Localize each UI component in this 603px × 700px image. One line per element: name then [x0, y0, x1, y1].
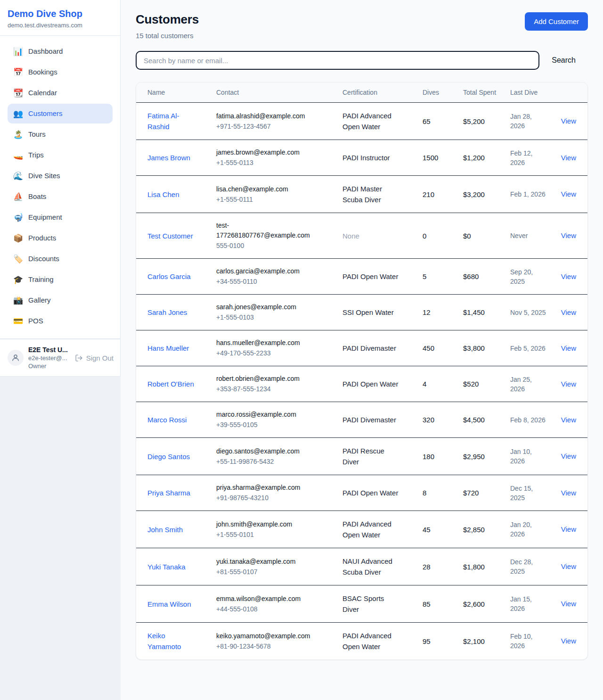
certification-cell: PADI Advanced Open Water [342, 110, 423, 132]
certification-cell: None [342, 231, 423, 241]
customer-phone: +1-555-0103 [216, 313, 319, 322]
total-spent-cell: $3,200 [463, 190, 510, 198]
certification-cell: PADI Advanced Open Water [342, 519, 423, 540]
certification-cell: PADI Master Scuba Diver [342, 183, 423, 205]
view-link[interactable]: View [561, 452, 576, 460]
contact-cell: carlos.garcia@example.com +34-555-0110 [216, 266, 342, 287]
last-dive-cell: Jan 10, 2026 [510, 447, 559, 466]
search-input[interactable] [136, 51, 539, 70]
total-spent-cell: $680 [463, 272, 510, 280]
brand-title[interactable]: Demo Dive Shop [8, 8, 113, 19]
sidebar-item-label: Boats [28, 191, 46, 202]
view-link[interactable]: View [561, 380, 576, 388]
view-link[interactable]: View [561, 344, 576, 352]
column-header: Name [147, 88, 216, 97]
certification-cell: SSI Open Water [342, 307, 423, 318]
table-row: Marco Rossi marco.rossi@example.com +39-… [136, 402, 587, 438]
sidebar-item-label: Customers [28, 108, 63, 119]
sidebar-item-label: Equipment [28, 212, 62, 222]
customer-name-link[interactable]: Priya Sharma [147, 489, 190, 497]
dives-cell: 0 [423, 232, 463, 240]
view-link[interactable]: View [561, 489, 576, 497]
sidebar-item-products[interactable]: 📦 Products [8, 228, 113, 248]
total-spent-cell: $1,800 [463, 563, 510, 571]
last-dive-cell: Jan 20, 2026 [510, 520, 559, 539]
customer-phone: +1-555-0101 [216, 530, 319, 540]
column-header: Contact [216, 88, 342, 97]
view-link[interactable]: View [561, 231, 576, 239]
view-link[interactable]: View [561, 562, 576, 570]
view-link[interactable]: View [561, 416, 576, 424]
user-role: Owner [28, 362, 70, 370]
customer-name-link[interactable]: John Smith [147, 526, 183, 534]
table-row: Robert O'Brien robert.obrien@example.com… [136, 366, 587, 402]
view-link[interactable]: View [561, 117, 576, 125]
customer-phone: +34-555-0110 [216, 277, 319, 287]
customer-name-link[interactable]: Carlos Garcia [147, 272, 191, 280]
view-link[interactable]: View [561, 525, 576, 533]
sidebar-item-label: Training [28, 274, 54, 285]
island-icon: 🏝️ [13, 131, 23, 139]
customer-name-link[interactable]: Marco Rossi [147, 416, 187, 424]
last-dive-cell: Feb 1, 2026 [510, 189, 559, 199]
sailboat-icon: ⛵ [13, 193, 23, 201]
sign-out-button[interactable]: Sign Out [75, 354, 114, 362]
people-icon: 👥 [13, 110, 23, 118]
sidebar-item-bookings[interactable]: 📅 Bookings [8, 62, 113, 82]
sidebar-item-customers[interactable]: 👥 Customers [8, 104, 113, 124]
brand-block: Demo Dive Shop demo.test.divestreams.com [0, 0, 120, 35]
sidebar-item-dashboard[interactable]: 📊 Dashboard [8, 41, 113, 61]
customer-count: 15 total customers [136, 32, 199, 40]
view-link[interactable]: View [561, 190, 576, 198]
dives-cell: 8 [423, 489, 463, 497]
customer-name-link[interactable]: Robert O'Brien [147, 380, 194, 388]
view-link[interactable]: View [561, 600, 576, 608]
customer-name-link[interactable]: James Brown [147, 154, 190, 162]
customer-name-link[interactable]: Fatima Al-Rashid [147, 112, 179, 131]
customer-name-link[interactable]: Hans Mueller [147, 344, 189, 352]
customer-email: james.brown@example.com [216, 148, 319, 157]
customer-phone: +81-90-1234-5678 [216, 642, 319, 651]
total-spent-cell: $720 [463, 489, 510, 497]
customer-name-link[interactable]: Test Customer [147, 232, 193, 240]
view-link[interactable]: View [561, 272, 576, 280]
table-row: Diego Santos diego.santos@example.com +5… [136, 438, 587, 475]
column-header: Dives [423, 88, 463, 97]
sidebar-item-discounts[interactable]: 🏷️ Discounts [8, 249, 113, 269]
sidebar-item-pos[interactable]: 💳 POS [8, 311, 113, 331]
customer-name-link[interactable]: Emma Wilson [147, 600, 191, 608]
customer-email: priya.sharma@example.com [216, 483, 319, 493]
contact-cell: robert.obrien@example.com +353-87-555-12… [216, 374, 342, 394]
sidebar-item-dive-sites[interactable]: 🌊 Dive Sites [8, 166, 113, 186]
last-dive-cell: Feb 12, 2026 [510, 148, 559, 167]
sidebar-item-boats[interactable]: ⛵ Boats [8, 187, 113, 206]
user-footer: E2E Test U... e2e-tester@... Owner Sign … [0, 339, 120, 376]
sidebar-item-trips[interactable]: 🚤 Trips [8, 145, 113, 165]
customer-name-link[interactable]: Sarah Jones [147, 308, 187, 316]
add-customer-button[interactable]: Add Customer [525, 12, 588, 31]
customer-name-link[interactable]: Yuki Tanaka [147, 563, 186, 571]
view-link[interactable]: View [561, 308, 576, 316]
search-button[interactable]: Search [552, 54, 588, 66]
customer-name-link[interactable]: Lisa Chen [147, 190, 179, 198]
column-header: Last Dive [510, 88, 559, 97]
sidebar-item-tours[interactable]: 🏝️ Tours [8, 124, 113, 144]
customer-name-link[interactable]: Keiko Yamamoto [147, 632, 181, 651]
certification-cell: NAUI Advanced Scuba Diver [342, 556, 423, 577]
customer-name-link[interactable]: Diego Santos [147, 453, 190, 461]
view-link[interactable]: View [561, 637, 576, 645]
certification-cell: PADI Advanced Open Water [342, 630, 423, 652]
table-row: Yuki Tanaka yuki.tanaka@example.com +81-… [136, 548, 587, 585]
sidebar-item-label: Tours [28, 129, 46, 140]
table-row: Lisa Chen lisa.chen@example.com +1-555-0… [136, 176, 587, 213]
sidebar-item-training[interactable]: 🎓 Training [8, 270, 113, 289]
table-row: Keiko Yamamoto keiko.yamamoto@example.co… [136, 623, 587, 659]
customer-email: john.smith@example.com [216, 519, 319, 529]
sidebar-item-calendar[interactable]: 📆 Calendar [8, 83, 113, 103]
view-link[interactable]: View [561, 154, 576, 162]
sign-out-label: Sign Out [86, 354, 114, 362]
sidebar-item-gallery[interactable]: 📸 Gallery [8, 290, 113, 310]
table-row: Priya Sharma priya.sharma@example.com +9… [136, 475, 587, 511]
sidebar-item-equipment[interactable]: 🤿 Equipment [8, 207, 113, 227]
last-dive-cell: Never [510, 231, 559, 240]
